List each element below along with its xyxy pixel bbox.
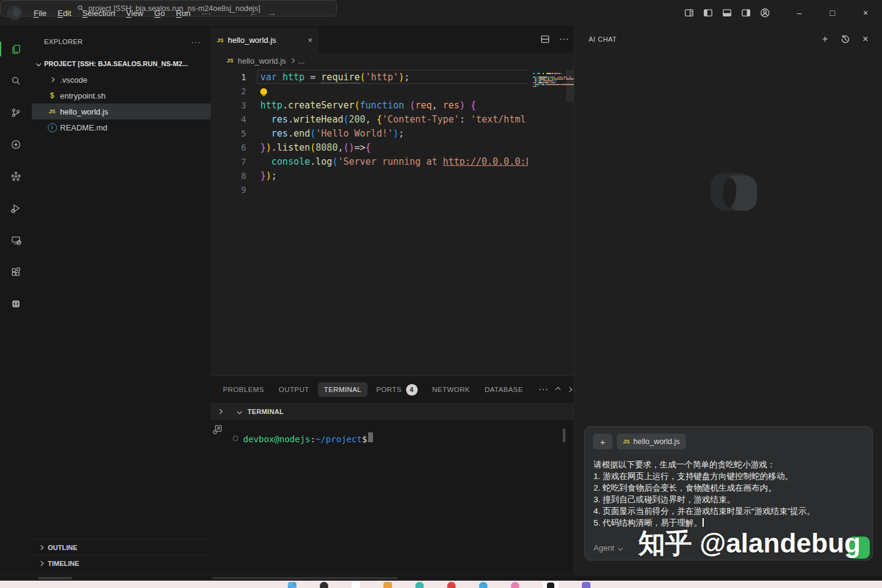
section-timeline[interactable]: TIMELINE: [32, 555, 211, 571]
file-item-entrypoint-sh[interactable]: $entrypoint.sh: [32, 88, 211, 104]
dev-database-icon[interactable]: [9, 296, 23, 311]
file-item-hello-world-js[interactable]: JShello_world.js: [32, 104, 211, 119]
menu-more-icon[interactable]: ···: [196, 6, 217, 20]
file-item--vscode[interactable]: .vscode: [32, 72, 211, 88]
project-section-header[interactable]: PROJECT [SSH: BJA.SEALOS.RUN_NS-M2...: [32, 56, 211, 71]
agent-mode-label: Agent: [594, 543, 614, 552]
title-bar: FileEditSelectionViewGoRun··· ← → projec…: [0, 0, 882, 26]
js-file-icon: JS: [47, 108, 58, 115]
split-editor-icon[interactable]: [540, 34, 551, 45]
minimap-slider[interactable]: [566, 70, 574, 102]
panel-overflow-icon[interactable]: [567, 387, 572, 392]
panel-tab-problems[interactable]: PROBLEMS: [217, 382, 270, 397]
line-number: 3: [211, 100, 246, 110]
nav-forward-icon[interactable]: →: [267, 7, 277, 18]
code-line-8[interactable]: 8});: [211, 168, 528, 183]
minimap[interactable]: [528, 69, 574, 375]
window-maximize-button[interactable]: □: [816, 0, 849, 26]
add-context-button[interactable]: +: [593, 434, 612, 450]
run-debug-icon[interactable]: [9, 201, 23, 216]
panel-tab-label: DATABASE: [484, 386, 523, 393]
file-item-readme-md[interactable]: iREADME.md: [32, 119, 211, 135]
code-line-3[interactable]: 3http.createServer(function (req, res) {: [211, 98, 528, 112]
section-outline[interactable]: OUTLINE: [32, 539, 211, 556]
panel-tab-output[interactable]: OUTPUT: [273, 382, 315, 397]
prompt-separator: :: [311, 434, 315, 444]
taskbar-icon-dark-circle-app[interactable]: [320, 582, 328, 588]
taskbar-icon-teal-app[interactable]: [415, 582, 424, 588]
terminal-scrollbar[interactable]: [563, 429, 565, 442]
chevron-down-icon: [36, 61, 41, 66]
taskbar-icon-windows-start[interactable]: [288, 582, 296, 588]
os-taskbar: [0, 581, 882, 588]
panel-tab-label: NETWORK: [432, 386, 470, 393]
code-line-2[interactable]: 2: [211, 84, 528, 98]
chevron-down-icon: [237, 409, 242, 414]
taskbar-icon-purple-app[interactable]: [582, 582, 590, 588]
sidebar-hscrollbar[interactable]: [38, 577, 72, 579]
tab-close-icon[interactable]: ×: [307, 36, 312, 45]
breadcrumb-more[interactable]: ...: [298, 56, 305, 66]
agent-mode-dropdown[interactable]: Agent: [594, 543, 622, 552]
menu-edit[interactable]: Edit: [52, 6, 77, 20]
remote-compass-icon[interactable]: [9, 137, 23, 152]
account-icon[interactable]: [758, 6, 772, 20]
terminal-section-header[interactable]: TERMINAL: [211, 403, 574, 420]
panel-tab-ports[interactable]: PORTS4: [370, 380, 423, 399]
code-line-1[interactable]: 1var http = require('http');: [211, 70, 528, 84]
code-line-9[interactable]: 9: [211, 183, 528, 197]
tab-hello-world-js[interactable]: JS hello_world.js ×: [211, 28, 318, 53]
panel-tab-label: PROBLEMS: [223, 386, 264, 393]
panel-more-actions-icon[interactable]: ···: [538, 384, 548, 395]
taskbar-icon-blue-app[interactable]: [479, 582, 488, 588]
chevron-right-icon: [47, 78, 58, 81]
taskbar-icon-orange-folder-app[interactable]: [383, 582, 392, 588]
customize-layout-icon[interactable]: [682, 6, 696, 20]
window-minimize-button[interactable]: –: [783, 0, 816, 26]
editor-more-actions-icon[interactable]: ···: [559, 34, 569, 45]
breadcrumb[interactable]: JS hello_world.js ...: [211, 53, 574, 69]
toggle-secondary-sidebar-icon[interactable]: [739, 6, 753, 20]
taskbar-icon-white-app[interactable]: [352, 582, 360, 588]
cluster-icon[interactable]: [9, 169, 23, 184]
new-chat-icon[interactable]: +: [819, 33, 831, 45]
panel-tab-database[interactable]: DATABASE: [478, 382, 529, 397]
taskbar-icon-red-app[interactable]: [447, 582, 456, 588]
menu-go[interactable]: Go: [149, 6, 170, 20]
taskbar-icon-pink-app[interactable]: [511, 582, 519, 588]
menu-view[interactable]: View: [121, 6, 149, 20]
code-editor[interactable]: 1var http = require('http');23http.creat…: [211, 69, 574, 375]
window-close-button[interactable]: ×: [849, 0, 882, 26]
menu-run[interactable]: Run: [170, 6, 196, 20]
terminal-hscrollbar[interactable]: [212, 577, 398, 579]
breadcrumb-file[interactable]: hello_world.js: [238, 56, 286, 66]
chat-close-icon[interactable]: ×: [859, 33, 872, 45]
nav-back-icon[interactable]: ←: [249, 7, 258, 18]
panel-maximize-icon[interactable]: [556, 387, 560, 392]
remote-explorer-icon[interactable]: [9, 233, 23, 247]
panel-tab-network[interactable]: NETWORK: [426, 382, 477, 397]
attached-file-chip[interactable]: JS hello_world.js: [617, 434, 686, 450]
menu-file[interactable]: File: [28, 6, 52, 20]
code-line-6[interactable]: 6}).listen(8080,()=>{: [211, 140, 528, 154]
extensions-icon[interactable]: [9, 265, 23, 279]
taskbar-icon-active-dark-app[interactable]: [547, 582, 554, 588]
search-icon[interactable]: [9, 74, 23, 88]
launch-profile-icon[interactable]: [212, 424, 223, 435]
explorer-icon[interactable]: [9, 42, 23, 56]
lightbulb-icon[interactable]: [260, 88, 267, 95]
code-text: res.writeHead(200, {'Content-Type': 'tex…: [246, 114, 528, 125]
chat-input-text[interactable]: 请根据以下要求，生成一个简单的贪吃蛇小游戏：1. 游戏在网页上运行，支持键盘方向…: [594, 459, 866, 529]
terminal-prompt[interactable]: devbox@nodejs:~/project$: [233, 432, 373, 444]
panel-tab-terminal[interactable]: TERMINAL: [318, 382, 368, 397]
chat-history-icon[interactable]: [839, 33, 851, 45]
code-line-5[interactable]: 5 res.end('Hello World!');: [211, 126, 528, 140]
toggle-panel-icon[interactable]: [720, 6, 734, 20]
toggle-primary-sidebar-icon[interactable]: [701, 6, 715, 20]
line-number: 9: [211, 185, 246, 195]
explorer-more-actions-icon[interactable]: ···: [191, 37, 201, 47]
code-line-4[interactable]: 4 res.writeHead(200, {'Content-Type': 't…: [211, 112, 528, 126]
menu-selection[interactable]: Selection: [77, 6, 120, 20]
code-line-7[interactable]: 7 console.log('Server running at http://…: [211, 154, 528, 168]
source-control-icon[interactable]: [9, 105, 23, 120]
